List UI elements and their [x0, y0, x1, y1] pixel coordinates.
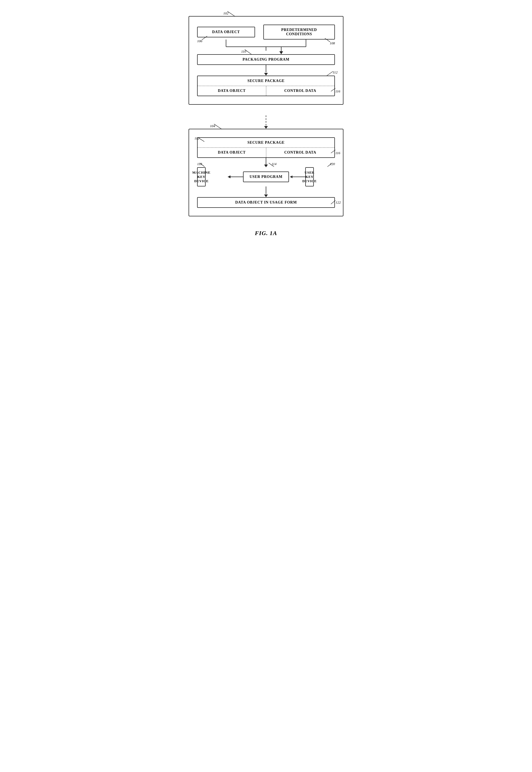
- control-data-2: CONTROL DATA: [266, 148, 335, 157]
- machine-key-area: 118 MACHINE KEY DEVICE: [197, 167, 227, 186]
- connector-svg-1: [197, 40, 335, 54]
- predetermined-conditions-box: PREDETERMINED CONDITIONS: [263, 25, 335, 40]
- svg-line-1: [202, 36, 207, 40]
- packaging-program-box: PACKAGING PROGRAM: [197, 54, 335, 65]
- user-program-box: USER PROGRAM: [243, 171, 289, 182]
- secure-package-area-1: 112 SECURE PACKAGE DATA OBJECT CONTROL D…: [197, 76, 335, 96]
- svg-line-0: [227, 11, 235, 17]
- svg-line-28: [327, 163, 332, 167]
- ref-116b-arrow: [330, 150, 336, 154]
- svg-line-16: [331, 150, 335, 153]
- outer-box-104: 112 SECURE PACKAGE DATA OBJECT CONTROL D…: [189, 129, 343, 216]
- data-usage-box: DATA OBJECT IN USAGE FORM: [197, 197, 335, 208]
- svg-line-15: [198, 138, 204, 142]
- data-object-sub-1: DATA OBJECT: [198, 86, 266, 96]
- svg-marker-26: [290, 176, 292, 178]
- secure-package-box-2: SECURE PACKAGE DATA OBJECT CONTROL DATA: [197, 137, 335, 158]
- svg-line-17: [269, 163, 274, 167]
- secure-package-title-2: SECURE PACKAGE: [198, 138, 334, 148]
- svg-marker-23: [228, 176, 230, 178]
- user-program-section: 114 118 MACHINE KEY DEVICE: [197, 167, 335, 186]
- data-object-sub-2: DATA OBJECT: [198, 148, 266, 157]
- packaging-program-row: 110 PACKAGING PROGRAM: [197, 54, 335, 65]
- ref-106-arrow: [202, 36, 210, 40]
- svg-line-14: [214, 124, 222, 129]
- machine-key-box: MACHINE KEY DEVICE: [197, 167, 206, 186]
- control-data-1: CONTROL DATA: [266, 86, 335, 96]
- arrow-packaging-to-secure: [197, 65, 335, 76]
- ref-112b-arrow: [198, 138, 206, 143]
- ref-118-arrow: [200, 163, 208, 168]
- top-row: 106 DATA OBJECT 108 PREDETERMINED: [197, 25, 335, 40]
- ref-106: 106: [197, 39, 202, 43]
- figure-label: FIG. 1A: [189, 230, 343, 237]
- user-program-row: 118 MACHINE KEY DEVICE: [197, 167, 335, 186]
- ref-108: 108: [330, 41, 335, 45]
- svg-line-2: [325, 38, 330, 42]
- page: 102 106 DATA OBJECT: [173, 5, 359, 253]
- svg-line-18: [200, 163, 205, 167]
- arrow-user-to-usage: [197, 186, 335, 197]
- arrow-secure-to-user: [197, 158, 335, 167]
- ref-112a-arrow: [326, 71, 334, 76]
- ref-122-arrow: [330, 200, 336, 205]
- secure-package-area-2: 112 SECURE PACKAGE DATA OBJECT CONTROL D…: [197, 137, 335, 158]
- svg-line-29: [331, 200, 335, 204]
- svg-marker-10: [279, 51, 283, 54]
- secure-package-title-1: SECURE PACKAGE: [198, 76, 334, 86]
- left-h-arrow: [227, 173, 243, 181]
- outer-box-102: 106 DATA OBJECT 108 PREDETERMINED: [189, 16, 343, 105]
- ref-122: 122: [336, 200, 341, 205]
- ref-116a-arrow: [330, 88, 336, 92]
- svg-line-11: [245, 49, 251, 54]
- data-usage-area: 122 DATA OBJECT IN USAGE FORM: [197, 197, 335, 208]
- ref-108-arrow: [322, 38, 330, 42]
- user-key-box: USER KEY DEVICE: [305, 167, 314, 186]
- ref-120-arrow: [324, 163, 332, 168]
- svg-line-13: [331, 88, 335, 91]
- user-key-area: 120 USER KEY DEVICE: [305, 167, 335, 186]
- ref-110-arrow: [245, 49, 254, 55]
- secure-package-box-1: SECURE PACKAGE DATA OBJECT CONTROL DATA: [197, 76, 335, 96]
- secure-package-bottom-2: DATA OBJECT CONTROL DATA: [198, 148, 334, 157]
- secure-package-bottom-1: DATA OBJECT CONTROL DATA: [198, 86, 334, 96]
- svg-line-12: [327, 71, 333, 76]
- data-object-box: DATA OBJECT: [197, 27, 255, 37]
